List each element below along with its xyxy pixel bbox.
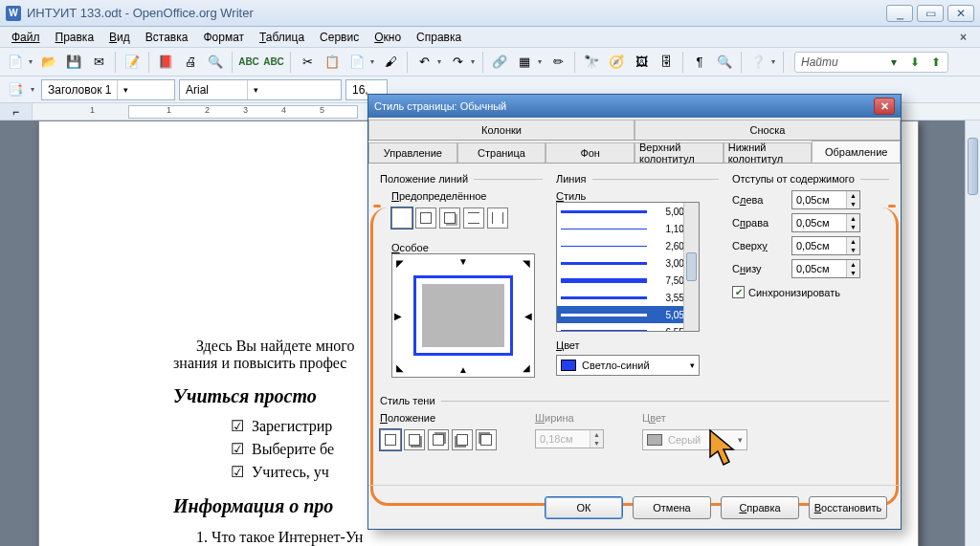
sync-checkbox[interactable]: ✔ bbox=[732, 286, 745, 298]
window-title: ИНТУИТ 133.odt - OpenOffice.org Writer bbox=[27, 6, 886, 20]
dialog-close-button[interactable]: ✕ bbox=[874, 98, 895, 115]
close-window-button[interactable]: ✕ bbox=[947, 5, 974, 22]
tab-footer[interactable]: Нижний колонтитул bbox=[724, 142, 813, 163]
tab-page[interactable]: Страница bbox=[457, 142, 546, 163]
find-prev-button[interactable]: ⬆ bbox=[926, 54, 946, 71]
label-shadow-position: Положение bbox=[380, 412, 497, 424]
tab-borders[interactable]: Обрамление bbox=[812, 141, 901, 163]
open-button[interactable]: 📂 bbox=[37, 51, 60, 74]
redo-button[interactable]: ↷ bbox=[446, 51, 469, 74]
color-caret[interactable]: ▾ bbox=[690, 360, 695, 370]
styles-window-button[interactable]: 📑 bbox=[4, 78, 27, 101]
find-replace-button[interactable]: 🔭 bbox=[580, 51, 603, 74]
menu-format[interactable]: Формат bbox=[195, 29, 252, 46]
tab-manage[interactable]: Управление bbox=[368, 142, 457, 163]
navigator-button[interactable]: 🧭 bbox=[605, 51, 628, 74]
reset-button[interactable]: Восстановить bbox=[809, 496, 887, 519]
menu-table[interactable]: Таблица bbox=[252, 29, 312, 46]
auto-spellcheck-button[interactable]: ABC bbox=[262, 51, 285, 74]
paragraph-style-combo[interactable]: Заголовок 1 ▾ bbox=[41, 79, 175, 100]
table-button[interactable]: ▦ bbox=[513, 51, 536, 74]
help-button[interactable]: ❔ bbox=[746, 51, 769, 74]
cut-button[interactable]: ✂ bbox=[296, 51, 319, 74]
shadow-tl[interactable] bbox=[476, 429, 497, 450]
cancel-button[interactable]: Отмена bbox=[633, 496, 711, 519]
tab-columns[interactable]: Колонки bbox=[368, 120, 635, 140]
preset-4[interactable] bbox=[487, 207, 508, 229]
page-style-dialog: Стиль страницы: Обычный ✕ Колонки Сноска… bbox=[368, 94, 902, 530]
font-name-combo[interactable]: Arial ▾ bbox=[179, 79, 342, 100]
format-paintbrush-button[interactable]: 🖌 bbox=[379, 51, 402, 74]
dialog-title-bar[interactable]: Стиль страницы: Обычный ✕ bbox=[368, 95, 901, 118]
document-close-button[interactable]: × bbox=[950, 29, 976, 46]
zoom-button[interactable]: 🔍 bbox=[713, 51, 736, 74]
new-doc-button[interactable]: 📄 bbox=[4, 51, 27, 74]
shadow-bl[interactable] bbox=[452, 429, 473, 450]
group-line-position: Положение линий bbox=[380, 173, 543, 185]
tab-header[interactable]: Верхний колонтитул bbox=[635, 142, 724, 163]
print-preview-button[interactable]: 🔍 bbox=[204, 51, 227, 74]
help-dropdown[interactable]: ▾ bbox=[768, 57, 778, 66]
menu-insert[interactable]: Вставка bbox=[138, 29, 196, 46]
menu-window[interactable]: Окно bbox=[367, 29, 409, 46]
tab-background[interactable]: Фон bbox=[546, 142, 635, 163]
gallery-button[interactable]: 🖼 bbox=[630, 51, 653, 74]
hyperlink-button[interactable]: 🔗 bbox=[488, 51, 511, 74]
label-shadow-width: Ширина bbox=[535, 412, 604, 424]
paste-dropdown[interactable]: ▾ bbox=[368, 57, 377, 66]
menu-view[interactable]: Вид bbox=[101, 29, 138, 46]
menu-edit[interactable]: Правка bbox=[48, 29, 102, 46]
menu-help[interactable]: Справка bbox=[409, 29, 469, 46]
font-name-value: Arial bbox=[180, 83, 247, 97]
label-color: Цвет bbox=[556, 339, 719, 351]
border-preview[interactable]: ◤◥ ◣◢ ▼ ▲ ▶ ◀ bbox=[391, 253, 535, 378]
copy-button[interactable]: 📋 bbox=[321, 51, 344, 74]
print-button[interactable]: 🖨 bbox=[179, 51, 202, 74]
redo-dropdown[interactable]: ▾ bbox=[468, 57, 478, 66]
padding-left-input[interactable]: 0,05см▲▼ bbox=[791, 190, 860, 209]
sync-checkbox-row[interactable]: ✔ Синхронизировать bbox=[732, 286, 889, 298]
maximize-button[interactable]: ▭ bbox=[917, 5, 944, 22]
nonprinting-chars-button[interactable]: ¶ bbox=[688, 51, 711, 74]
shadow-br[interactable] bbox=[404, 429, 425, 450]
show-draw-button[interactable]: ✏ bbox=[546, 51, 569, 74]
sync-label: Синхронизировать bbox=[748, 287, 840, 298]
line-color-combo[interactable]: Светло-синий ▾ bbox=[556, 355, 700, 376]
edit-doc-button[interactable]: 📝 bbox=[121, 51, 144, 74]
minimize-button[interactable]: ⎯ bbox=[886, 5, 913, 22]
export-pdf-button[interactable]: 📕 bbox=[154, 51, 177, 74]
padding-right-input[interactable]: 0,05см▲▼ bbox=[791, 213, 860, 232]
preset-none[interactable] bbox=[391, 207, 412, 229]
shadow-none[interactable] bbox=[380, 429, 401, 450]
style-list-scrollbar[interactable] bbox=[683, 203, 699, 331]
font-name-caret[interactable]: ▾ bbox=[247, 80, 264, 99]
find-next-button[interactable]: ⬇ bbox=[905, 54, 924, 71]
paste-button[interactable]: 📄 bbox=[345, 51, 368, 74]
styles-dropdown[interactable]: ▾ bbox=[28, 85, 37, 94]
padding-top-input[interactable]: 0,05см▲▼ bbox=[791, 236, 860, 255]
preset-shadow[interactable] bbox=[439, 207, 460, 229]
shadow-tr[interactable] bbox=[428, 429, 449, 450]
undo-dropdown[interactable]: ▾ bbox=[434, 57, 444, 66]
vertical-scrollbar[interactable] bbox=[965, 120, 980, 546]
dialog-body: Положение линий Предопределённое Особое … bbox=[368, 164, 901, 510]
menu-tools[interactable]: Сервис bbox=[312, 29, 367, 46]
help-button[interactable]: Справка bbox=[721, 496, 799, 519]
ok-button[interactable]: ОК bbox=[545, 496, 623, 519]
find-input[interactable] bbox=[844, 54, 882, 71]
line-style-list[interactable]: 5,00 pt 1,10 pt 2,60 pt 3,00 pt 7,50 pt … bbox=[556, 202, 700, 332]
save-button[interactable]: 💾 bbox=[62, 51, 85, 74]
preset-box[interactable] bbox=[415, 207, 436, 229]
paragraph-style-caret[interactable]: ▾ bbox=[117, 80, 134, 99]
new-doc-dropdown[interactable]: ▾ bbox=[26, 57, 35, 66]
undo-button[interactable]: ↶ bbox=[412, 51, 435, 74]
menu-file[interactable]: Файл bbox=[4, 29, 48, 46]
tab-footnote[interactable]: Сноска bbox=[635, 120, 901, 140]
table-dropdown[interactable]: ▾ bbox=[535, 57, 545, 66]
padding-bottom-input[interactable]: 0,05см▲▼ bbox=[791, 259, 860, 278]
find-dropdown[interactable]: ▾ bbox=[884, 54, 903, 71]
spellcheck-button[interactable]: ABC bbox=[237, 51, 260, 74]
data-sources-button[interactable]: 🗄 bbox=[655, 51, 678, 74]
preset-3[interactable] bbox=[463, 207, 484, 229]
email-button[interactable]: ✉ bbox=[87, 51, 110, 74]
